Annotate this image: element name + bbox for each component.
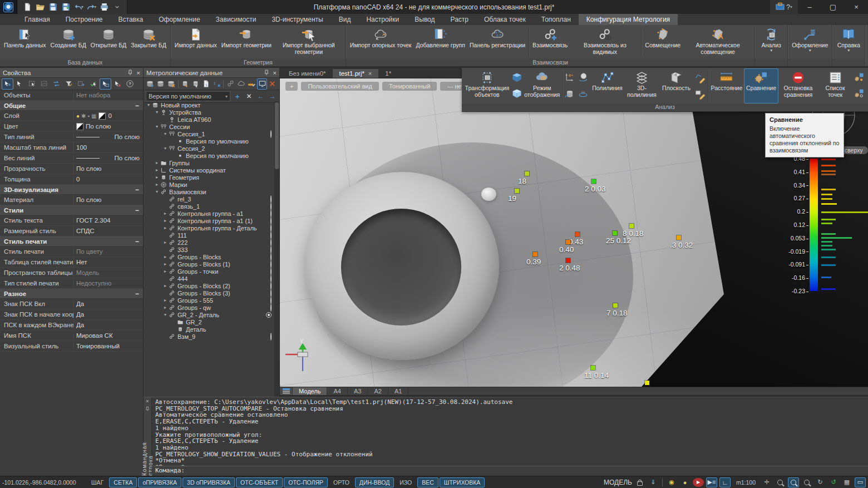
tree-scrollbar[interactable] [274, 101, 279, 397]
tree-item-контрольня-группа-деталь[interactable]: ▸Контрольня группа - Деталь [144, 224, 279, 231]
toggle-орто[interactable]: ОРТО [329, 477, 354, 487]
expand-arrow-icon[interactable]: ▸ [162, 298, 168, 303]
tree-item-сессии[interactable]: ▾Сессии [144, 123, 279, 130]
tree-item-сессия-2[interactable]: ▾Сессия_2 [144, 145, 279, 152]
cloud-button[interactable] [236, 78, 246, 90]
property-value[interactable]: Недоступно [73, 278, 143, 288]
close-panel-icon[interactable]: × [136, 70, 140, 76]
no-select-icon[interactable]: ▶ [693, 478, 704, 487]
maximize-button[interactable]: ▢ [821, 0, 845, 14]
collapse-arrow-icon[interactable]: ▾ [162, 131, 168, 136]
property-value[interactable]: Да [73, 320, 143, 330]
pencil-poly-button[interactable] [694, 72, 706, 83]
analysis-button-трансформация-объектов[interactable]: Трансформация объектов [464, 68, 510, 103]
lock-icon[interactable] [634, 477, 645, 487]
tree-item-взаимосвязи[interactable]: ▾Взаимосвязи [144, 188, 279, 195]
tree-item-gr-2[interactable]: GR_2 [144, 318, 279, 326]
hand-pan-icon[interactable]: ✛ [761, 477, 772, 487]
monitor-button[interactable] [257, 78, 267, 90]
orbit-icon[interactable]: ↻ [815, 477, 826, 487]
tray-icon[interactable]: ⇓ [648, 477, 659, 487]
collapse-icon[interactable]: − [135, 102, 139, 109]
layout-tab-a3[interactable]: A3 [348, 387, 368, 395]
ribbon-tab-конфигурация-метрология[interactable]: Конфигурация Метрология [579, 14, 678, 25]
visibility-indicator[interactable] [270, 210, 272, 217]
layer-color-swatch[interactable] [98, 112, 106, 120]
collapse-icon[interactable]: − [135, 207, 139, 214]
cylinder-small-button[interactable] [564, 88, 575, 100]
visibility-indicator[interactable] [270, 203, 272, 210]
collapse-arrow-icon[interactable]: ▾ [154, 189, 160, 194]
collapse-arrow-icon[interactable]: ▾ [162, 146, 168, 151]
tree-item-новый-проект[interactable]: ▾Новый проект [144, 101, 279, 109]
toggle-дин-ввод[interactable]: ДИН-ВВОД [355, 477, 394, 487]
more-button[interactable] [111, 2, 122, 12]
toolbox-icon[interactable] [776, 2, 785, 12]
rect-add-button[interactable] [75, 78, 87, 90]
tree-item-groups-blocks[interactable]: ▸Groups - Blocks [144, 253, 279, 260]
plot-button[interactable] [98, 2, 110, 12]
toggle-3d-опривязка[interactable]: 3D оПРИВЯЗКА [183, 477, 235, 487]
property-value[interactable]: По цвету [73, 247, 143, 257]
property-section-стили[interactable]: Стили− [0, 205, 143, 215]
property-value[interactable]: По слою [73, 132, 143, 142]
visibility-indicator[interactable] [270, 247, 272, 253]
property-value[interactable]: ГОСТ 2.304 [73, 215, 143, 225]
viewport-scale-label[interactable]: m1:100 [733, 479, 759, 486]
pick-clear-button[interactable] [112, 78, 124, 90]
import-in-button[interactable] [180, 78, 190, 90]
ribbon-tab-настройки[interactable]: Настройки [358, 14, 407, 25]
property-section-3d-визуализация[interactable]: 3D-визуализация− [0, 185, 143, 195]
viewport-control-тонированный[interactable]: Тонированный [382, 82, 437, 91]
toggle-штриховка[interactable]: ШТРИХОВКА [440, 477, 485, 487]
visibility-indicator[interactable] [270, 268, 272, 275]
ribbon-button-взаимосвязь[interactable]: Взаимосвязь [530, 26, 570, 58]
tree-item-группы[interactable]: ▸Группы [144, 159, 279, 166]
cube-bottom-button[interactable] [511, 88, 522, 100]
db-close-x-button[interactable] [166, 78, 176, 90]
analysis-button-режим-отображения[interactable]: Режим отображения [524, 68, 561, 103]
visibility-indicator[interactable] [270, 304, 272, 311]
collapse-icon[interactable]: − [135, 290, 139, 297]
zoom-window-icon[interactable] [788, 477, 799, 487]
close-command-icon[interactable]: × [146, 398, 149, 404]
dropdown-caret-icon[interactable]: ▾ [94, 4, 96, 9]
marquee-lasso-button[interactable] [38, 78, 50, 90]
layer-plot-icon[interactable]: ▦ [91, 113, 96, 119]
toggle-сетка[interactable]: СЕТКА [109, 477, 137, 487]
tree-item-версия-по-умолчанию[interactable]: Версия по умолчанию [144, 137, 279, 145]
tree-item-gr-2-деталь[interactable]: ▾GR_2 - Деталь [144, 311, 279, 318]
marquee-button[interactable] [26, 78, 38, 90]
tree-item-деталь[interactable]: Деталь [144, 326, 279, 333]
expand-arrow-icon[interactable]: ▸ [154, 167, 160, 172]
property-value[interactable]: По слою [73, 195, 143, 205]
expand-arrow-icon[interactable]: ▸ [154, 175, 160, 180]
ribbon-tab-зависимости[interactable]: Зависимости [208, 14, 264, 25]
expand-arrow-icon[interactable]: ▸ [162, 283, 168, 288]
collapse-arrow-icon[interactable]: ▾ [162, 312, 168, 317]
layout-tab-модель[interactable]: Модель [293, 387, 327, 395]
analysis-button-расстояние[interactable]: Расстояние [709, 68, 744, 103]
visibility-indicator[interactable] [270, 196, 272, 203]
tree-item-222[interactable]: ▸222 [144, 239, 279, 246]
toggle-отс-объект[interactable]: ОТС-ОБЪЕКТ [236, 477, 283, 487]
analysis-button-полилиния[interactable]: Полилиния [590, 68, 624, 103]
expand-arrow-icon[interactable]: ▸ [162, 305, 168, 310]
ribbon-button-автоматическое-совмещение[interactable]: AАвтоматическое совмещение [683, 26, 753, 58]
ribbon-tab-оформление[interactable]: Оформление [151, 14, 208, 25]
property-section-стиль-печати[interactable]: Стиль печати− [0, 236, 143, 247]
tree-item-версия-по-умолчанию[interactable]: Версия по умолчанию [144, 152, 279, 159]
property-value[interactable]: По слою [73, 153, 143, 163]
ribbon-button-открытие-бд[interactable]: Открытие БД [88, 26, 129, 58]
dropdown-caret-icon[interactable]: ▾ [81, 4, 83, 9]
analysis-button-плоскость[interactable]: Плоскость [659, 68, 693, 103]
collapse-arrow-icon[interactable]: ▾ [154, 110, 160, 115]
toggle-отс-поляр[interactable]: ОТС-ПОЛЯР [284, 477, 328, 487]
select-menu-icon[interactable]: ▶≡ [706, 477, 717, 487]
visibility-indicator[interactable] [270, 225, 272, 231]
tree-item-111[interactable]: 111 [144, 231, 279, 239]
tree-item-устройства[interactable]: ▾Устройства [144, 109, 279, 116]
prev-version-button[interactable]: ← [256, 92, 265, 101]
cursor-bulb-icon[interactable]: ◉ [666, 477, 677, 487]
property-value[interactable]: По слою [73, 121, 143, 131]
